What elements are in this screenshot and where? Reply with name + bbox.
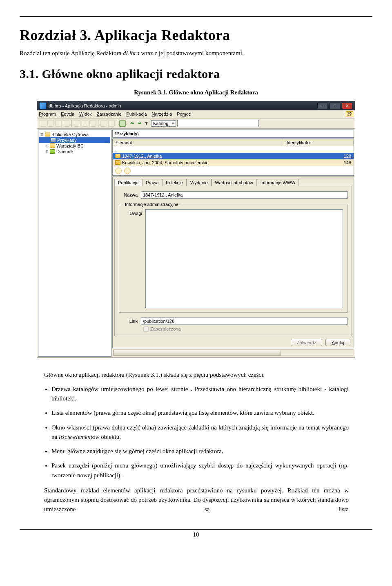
scrollbar-thumb[interactable]: [114, 350, 281, 356]
list-cell-name: 1847-1912., Anielka: [113, 153, 333, 159]
tree-root[interactable]: ⊟ Biblioteka Cyfrowa: [39, 132, 110, 137]
list-cell-dots: ..: [113, 146, 354, 153]
heading-h2: 3.1. Główne okno aplikacji redaktora: [20, 67, 372, 81]
menu-item-edycja[interactable]: Edycja: [61, 112, 74, 116]
bullet-item: Pasek narzędzi (poniżej menu głównego) u…: [51, 461, 349, 480]
list-row-parent[interactable]: ..: [113, 146, 354, 153]
list-header: Element Identyfikator: [113, 139, 354, 146]
list-cell-id: 128: [333, 153, 354, 159]
tab-wydanie[interactable]: Wydanie: [187, 179, 212, 186]
toolbar-icon[interactable]: [100, 120, 107, 127]
button-anuluj-u: A: [332, 340, 334, 345]
toolbar-search-input[interactable]: [177, 120, 259, 127]
list-cell-name: Kowalski, Jan, 2004, Samoloty pasażerski…: [113, 159, 333, 166]
expander-icon[interactable]: ⊞: [45, 144, 49, 148]
toolbar-icon[interactable]: [55, 120, 62, 127]
page-number: 10: [20, 531, 372, 538]
list-header-id[interactable]: Identyfikator: [284, 139, 354, 146]
menu-item-widok[interactable]: Widok: [79, 112, 92, 116]
list-extra-icons: [113, 166, 354, 175]
textarea-uwagi[interactable]: [145, 209, 343, 308]
list-cell-id: 148: [333, 159, 354, 166]
toolbar-nav: ⇐ ⇒ ▾: [129, 120, 150, 127]
tab-kolekcje[interactable]: Kolekcje: [162, 179, 187, 186]
catalog-combo[interactable]: Katalog: [151, 120, 176, 127]
toolbar-separator: [71, 120, 72, 127]
tab-prawa[interactable]: Prawa: [142, 179, 162, 186]
label-link: Link: [119, 319, 138, 324]
fieldset-adm: Informacje administracyjne Uwagi: [119, 202, 347, 313]
tree-item-selected[interactable]: Przykłady: [39, 137, 110, 143]
label-zabezpieczona: Zabezpieczona: [150, 327, 181, 331]
checkbox-zabezpieczona-row: Zabezpieczona: [143, 327, 347, 332]
footer-rule: [20, 529, 372, 530]
menu-item-narzędzia[interactable]: Narzędzia: [152, 112, 172, 116]
toolbar: ⇐ ⇒ ▾ Katalog: [37, 119, 355, 129]
input-nazwa[interactable]: [141, 191, 347, 199]
toolbar-icon[interactable]: [74, 120, 80, 127]
tabs-panel: PublikacjaPrawaKolekcjeWydanieWartości a…: [112, 177, 354, 348]
bullet-item: Drzewa katalogów umiejscowionego po lewe…: [51, 385, 349, 404]
toolbar-icon[interactable]: [89, 120, 96, 127]
book-icon: [115, 160, 120, 165]
tree-label: Przykłady: [57, 138, 77, 143]
tree-label: Dziennik: [56, 149, 74, 154]
tree-item[interactable]: ⊞ Warsztaty BC: [39, 143, 110, 149]
checkbox-zabezpieczona[interactable]: [143, 327, 149, 332]
intro-paragraph: Rozdział ten opisuje Aplikację Redaktora…: [20, 49, 372, 58]
horizontal-scrollbar[interactable]: [113, 349, 353, 356]
bullet-text: obiektu.: [99, 434, 121, 440]
maximize-button[interactable]: □: [330, 103, 340, 109]
nav-down-icon[interactable]: ▾: [143, 120, 150, 127]
footer: 10: [20, 529, 372, 538]
tab-informacje-www[interactable]: Informacje WWW: [257, 179, 299, 186]
toolbar-icon-active[interactable]: [119, 120, 126, 127]
button-zatwierdz[interactable]: Zatwierdź: [291, 339, 323, 346]
toolbar-icon[interactable]: [40, 120, 46, 127]
bullet-em: liście elementów: [59, 434, 100, 440]
menu-item-publikacja[interactable]: Publikacja: [126, 112, 147, 116]
legend-adm: Informacje administracyjne: [123, 202, 180, 207]
tree-label: Biblioteka Cyfrowa: [51, 132, 89, 137]
bullet-list: Drzewa katalogów umiejscowionego po lewe…: [51, 385, 349, 480]
list-cell-name-text: Kowalski, Jan, 2004, Samoloty pasażerski…: [122, 160, 209, 165]
folder-icon: [45, 132, 50, 136]
list-cell-name-text: 1847-1912., Anielka: [122, 154, 162, 159]
screenshot-window: dLibra - Aplikacja Redaktora - admin – □…: [37, 101, 355, 358]
menubar: ProgramEdycjaWidokZarządzaniePublikacjaN…: [37, 110, 355, 119]
world-icon[interactable]: [124, 168, 131, 174]
tab-publikacja[interactable]: Publikacja: [114, 179, 142, 186]
sidebar-tree[interactable]: ⊟ Biblioteka Cyfrowa Przykłady ⊞ Warszta…: [38, 130, 111, 357]
tree-item[interactable]: ⊞ Dziennik: [39, 149, 110, 154]
bullet-item: Lista elementów (prawa górna część okna)…: [51, 408, 349, 418]
menu-item-pomoc[interactable]: Pomoc: [177, 112, 191, 116]
menu-item-program[interactable]: Program: [39, 112, 56, 116]
menu-item-zarządzanie[interactable]: Zarządzanie: [97, 112, 122, 116]
close-button[interactable]: ✕: [342, 103, 352, 109]
toolbar-separator: [117, 120, 117, 127]
intro-text-1: Rozdział ten opisuje Aplikację Redaktora: [20, 50, 123, 56]
button-anuluj[interactable]: Anuluj: [325, 339, 350, 346]
input-link[interactable]: [141, 318, 347, 325]
tree-label: Warsztaty BC: [56, 143, 84, 148]
expander-icon[interactable]: ⊟: [40, 132, 44, 136]
catalog-label: Katalog: [153, 121, 168, 126]
nav-forward-icon[interactable]: ⇒: [136, 120, 143, 127]
toolbar-icon[interactable]: [63, 120, 69, 127]
toolbar-icon[interactable]: [108, 120, 115, 127]
toolbar-icon[interactable]: [82, 120, 88, 127]
context-help-icon[interactable]: !?: [346, 111, 353, 117]
refresh-icon[interactable]: [115, 168, 122, 174]
list-header-element[interactable]: Element: [113, 139, 284, 146]
nav-back-icon[interactable]: ⇐: [129, 120, 135, 127]
expander-icon[interactable]: ⊞: [45, 150, 49, 154]
tab-wartości-atrybutów[interactable]: Wartości atrybutów: [212, 179, 257, 186]
list-row[interactable]: 1847-1912., Anielka128: [113, 153, 354, 159]
button-anuluj-rest: nuluj: [335, 340, 344, 345]
toolbar-icon[interactable]: [47, 120, 54, 127]
list-panel: Element Identyfikator .. 1847-1912., Ani…: [112, 139, 354, 176]
label-nazwa: Nazwa: [119, 192, 138, 197]
minimize-button[interactable]: –: [317, 103, 328, 109]
list-row[interactable]: Kowalski, Jan, 2004, Samoloty pasażerski…: [113, 159, 354, 166]
bullet-item: Menu główne znajdujące się w górnej częś…: [51, 447, 349, 456]
